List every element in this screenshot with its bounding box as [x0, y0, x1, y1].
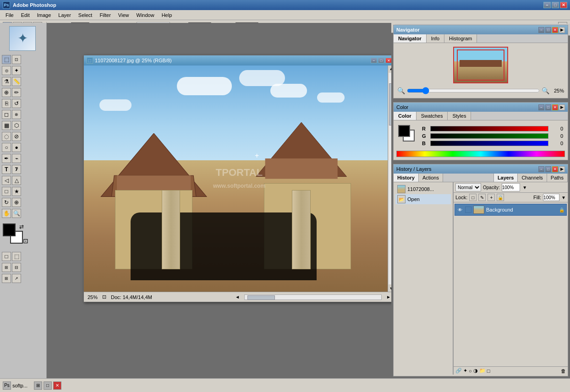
tool-blur[interactable]: ◌ — [2, 132, 11, 141]
lock-transparent-btn[interactable]: □ — [469, 194, 477, 201]
fg-color-swatch[interactable] — [3, 223, 16, 236]
statusbar-spread-btn[interactable]: ⊞ — [34, 381, 42, 390]
tool-hand[interactable]: ✋ — [2, 209, 11, 218]
tool-gradient[interactable]: ▦ — [2, 121, 11, 130]
doc-vscroll[interactable]: ▲ ▼ — [388, 65, 391, 292]
statusbar-close-btn[interactable]: ✕ — [53, 381, 61, 390]
tab-history[interactable]: History — [394, 174, 419, 182]
fill-input[interactable] — [543, 194, 559, 201]
nav-panel-options[interactable]: ▶ — [559, 27, 565, 33]
color-spectrum[interactable] — [396, 151, 565, 157]
tool-pen[interactable]: ✒ — [2, 154, 11, 163]
tool-freeform-pen[interactable]: ⌁ — [12, 154, 21, 163]
tool-paint-bucket[interactable]: ⬡ — [12, 121, 21, 130]
lock-image-btn[interactable]: ✎ — [478, 194, 486, 201]
doc-scroll-right-btn[interactable]: ► — [386, 294, 391, 299]
tab-layers[interactable]: Layers — [494, 174, 518, 182]
nav-panel-restore[interactable]: □ — [545, 27, 551, 33]
doc-close-btn[interactable]: ✕ — [385, 58, 391, 63]
tool-3d-rotate[interactable]: ↻ — [2, 198, 11, 207]
menu-filter[interactable]: Filter — [96, 11, 114, 19]
menu-layer[interactable]: Layer — [55, 11, 75, 19]
reset-colors-icon[interactable]: ⊡ — [23, 237, 28, 245]
tool-eraser[interactable]: ◻ — [2, 110, 11, 119]
lock-position-btn[interactable]: + — [488, 194, 495, 201]
hist-panel-options[interactable]: ▶ — [559, 166, 565, 172]
tool-wand[interactable]: ✦ — [12, 66, 21, 75]
color-panel-minimize[interactable]: − — [538, 104, 544, 110]
history-item-current[interactable]: 📂 Open — [395, 194, 451, 204]
doc-restore-btn[interactable]: □ — [378, 58, 384, 63]
fill-chevron[interactable]: ▼ — [561, 195, 566, 200]
statusbar-window-btn[interactable]: □ — [44, 381, 52, 390]
tool-healing[interactable]: ⊕ — [2, 88, 11, 97]
window-controls[interactable]: − □ ✕ — [543, 2, 567, 8]
doc-scroll-left-btn[interactable]: ◄ — [235, 294, 240, 299]
tool-lasso[interactable]: ⌾ — [2, 66, 11, 75]
maximize-button[interactable]: □ — [552, 2, 559, 8]
swap-colors-icon[interactable]: ⇄ — [19, 223, 24, 230]
tab-channels[interactable]: Channels — [518, 174, 547, 182]
doc-minimize-btn[interactable]: − — [371, 58, 377, 63]
menu-image[interactable]: Image — [33, 11, 55, 19]
new-layer-btn[interactable]: □ — [487, 368, 490, 374]
menu-window[interactable]: Window — [133, 11, 158, 19]
doc-window-controls[interactable]: − □ ✕ — [371, 58, 391, 63]
tab-color[interactable]: Color — [394, 112, 417, 120]
tool-path-select[interactable]: ◁ — [2, 176, 11, 185]
tab-swatches[interactable]: Swatches — [417, 112, 448, 120]
nav-panel-minimize[interactable]: − — [538, 27, 544, 33]
tool-clone[interactable]: ⎘ — [2, 99, 11, 108]
tool-crop-right[interactable]: ⊡ — [12, 55, 21, 64]
tab-info[interactable]: Info — [427, 34, 444, 43]
tool-eyedropper[interactable]: ⚗ — [2, 77, 11, 86]
history-item-open-file[interactable]: 11072008... — [395, 184, 451, 194]
blend-mode-select[interactable]: Normal Multiply Screen — [455, 183, 481, 191]
tool-rectangle[interactable]: □ — [2, 187, 11, 196]
opacity-chevron[interactable]: ▼ — [522, 185, 528, 191]
tool-3d-pan[interactable]: ⊕ — [12, 198, 21, 207]
minimize-button[interactable]: − — [543, 2, 551, 8]
screen-mode-btn[interactable]: ⊞ — [2, 263, 11, 272]
tool-measure[interactable]: 📏 — [12, 77, 21, 86]
tool-zoom[interactable]: 🔍 — [12, 209, 21, 218]
tool-direct-select[interactable]: △ — [12, 176, 21, 185]
menu-file[interactable]: File — [2, 11, 17, 19]
tool-burn[interactable]: ● — [12, 143, 21, 152]
tool-text-vertical[interactable]: T̷ — [12, 165, 21, 174]
extra-tool1[interactable]: ⊞ — [2, 274, 11, 283]
tool-marquee[interactable]: ⬚ — [2, 55, 11, 64]
lock-all-btn[interactable]: 🔒 — [497, 194, 504, 201]
menu-edit[interactable]: Edit — [17, 11, 33, 19]
extra-tool2[interactable]: ↗ — [12, 274, 21, 283]
zoom-out-icon[interactable]: 🔍 — [397, 87, 405, 94]
layer-adj-btn[interactable]: ◑ — [473, 368, 478, 374]
layer-group-btn[interactable]: 📁 — [479, 368, 486, 374]
fg-color-picker[interactable] — [398, 125, 410, 137]
screen-mode2-btn[interactable]: ⊟ — [12, 263, 21, 272]
nav-panel-close[interactable]: ✕ — [552, 27, 558, 33]
tool-bg-eraser[interactable]: ⊗ — [12, 110, 21, 119]
color-panel-options[interactable]: ▶ — [559, 104, 565, 110]
layer-visibility-icon[interactable]: 👁 — [457, 207, 463, 213]
standard-mode-btn[interactable]: □ — [2, 252, 11, 261]
zoom-in-icon[interactable]: 🔍 — [542, 87, 549, 94]
tab-paths[interactable]: Paths — [547, 174, 568, 182]
menu-help[interactable]: Help — [158, 11, 176, 19]
menu-view[interactable]: View — [115, 11, 133, 19]
layer-item-background[interactable]: 👁 Background 🔒 — [455, 204, 567, 216]
menu-select[interactable]: Select — [75, 11, 96, 19]
layer-style-btn[interactable]: ✦ — [463, 368, 467, 374]
delete-layer-btn[interactable]: 🗑 — [561, 368, 566, 374]
layer-link-btn[interactable]: 🔗 — [455, 368, 462, 374]
layer-mask-btn[interactable]: ○ — [469, 368, 472, 374]
tool-history-brush[interactable]: ↺ — [12, 99, 21, 108]
tool-brush[interactable]: ✏ — [12, 88, 21, 97]
tool-text[interactable]: T — [2, 165, 11, 174]
tab-styles[interactable]: Styles — [448, 112, 471, 120]
zoom-slider[interactable] — [407, 87, 540, 94]
tab-histogram[interactable]: Histogram — [444, 34, 477, 43]
color-panel-restore[interactable]: □ — [545, 104, 551, 110]
hist-panel-close[interactable]: ✕ — [552, 166, 558, 172]
tool-dodge[interactable]: ○ — [2, 143, 11, 152]
